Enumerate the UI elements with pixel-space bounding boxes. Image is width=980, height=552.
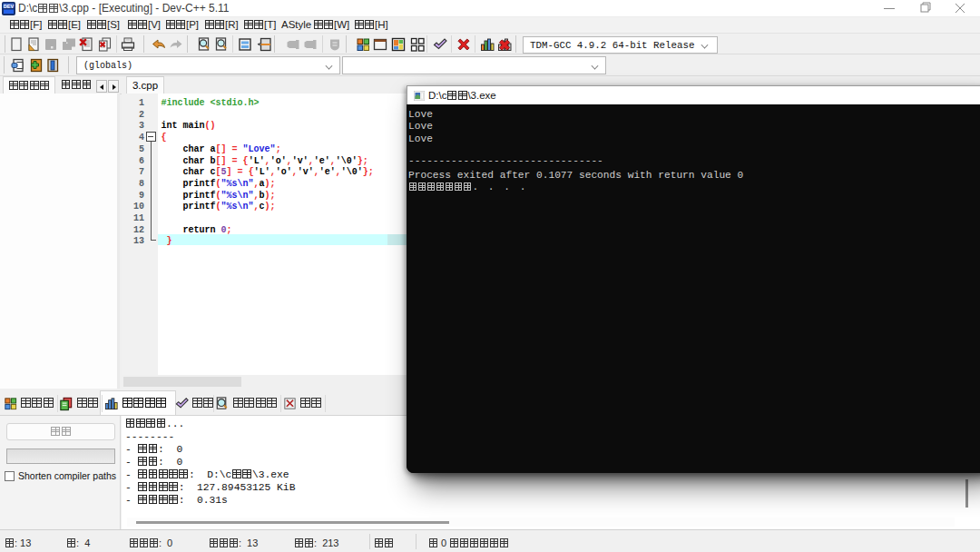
svg-text:DEV: DEV bbox=[4, 4, 15, 9]
